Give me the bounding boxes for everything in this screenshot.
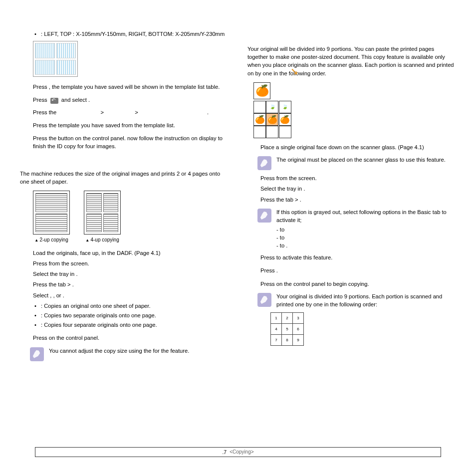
- order-cell: 2: [282, 313, 293, 324]
- page-mini: [103, 214, 119, 233]
- idcard-cell: [56, 60, 76, 75]
- nup-intro: The machine reduces the size of the orig…: [20, 170, 229, 186]
- poster-steps: Press from the screen. Select the tray i…: [260, 174, 456, 204]
- step-item: Press the tab > .: [33, 280, 229, 288]
- bullet-dot: •: [33, 302, 38, 310]
- order-cell: 5: [282, 324, 293, 335]
- image-position-bullet: • : LEFT, TOP : X-105mm/Y-150mm, RIGHT, …: [33, 30, 229, 38]
- section-label: <Copying>: [230, 449, 253, 455]
- poster-diagram: 🍊 ➘: [253, 82, 456, 138]
- page-mini: [86, 214, 102, 233]
- page-mini: [35, 214, 67, 233]
- press-ok: Press .: [260, 266, 456, 274]
- grid-cell: [279, 113, 291, 126]
- grid-cell: [253, 113, 266, 126]
- idcard-thumbnail: [33, 41, 78, 77]
- press-back-line: Press and select .: [33, 96, 229, 104]
- poster-note-1: The original must be placed on the scann…: [257, 156, 456, 170]
- page-number: .7: [222, 449, 227, 455]
- nup-thumbnails: [33, 191, 229, 235]
- bullet-dot: •: [33, 321, 38, 329]
- order-cell: 6: [293, 324, 304, 335]
- press-saved-template: Press the template you have saved from t…: [33, 121, 229, 129]
- idcard-cell: [35, 43, 55, 58]
- nup-note: You cannot adjust the copy size using th…: [30, 347, 229, 361]
- note-line: - to: [276, 226, 456, 234]
- caption-2up: 2-up copying: [33, 237, 70, 244]
- caption-4up: 4-up copying: [84, 237, 121, 244]
- press-start-line: Press the button on the control panel. n…: [33, 134, 229, 150]
- grid-cell: [253, 101, 266, 113]
- press-activate: Press to activate this feature.: [260, 253, 456, 261]
- note-body: You cannot adjust the copy size using th…: [49, 347, 189, 361]
- note-icon: [30, 347, 44, 361]
- poster-intro: Your original will be divided into 9 por…: [247, 45, 456, 77]
- breadcrumb-lead: Press the: [33, 109, 56, 115]
- two-column-layout: • : LEFT, TOP : X-105mm/Y-150mm, RIGHT, …: [20, 30, 456, 365]
- grid-cell: [266, 101, 278, 113]
- step-item: Select the tray in .: [260, 185, 456, 193]
- note-icon: [257, 156, 271, 170]
- left-column: • : LEFT, TOP : X-105mm/Y-150mm, RIGHT, …: [20, 30, 229, 365]
- press-label: Press: [33, 97, 47, 103]
- order-cell: 3: [293, 313, 304, 324]
- page-mini: [35, 193, 67, 212]
- grid-cell: [279, 126, 291, 138]
- four-up-thumbnail: [84, 191, 121, 235]
- arrow-icon: ➘: [290, 64, 299, 79]
- grid-cell: [253, 126, 266, 138]
- order-cell: 4: [271, 324, 282, 335]
- idcard-cell: [35, 60, 55, 75]
- grid-cell: [266, 113, 278, 126]
- grid-cell: [279, 101, 291, 113]
- page-mini: [86, 193, 102, 212]
- page-mini: [103, 193, 119, 212]
- two-up-thumbnail: [33, 191, 70, 235]
- nup-captions: 2-up copying 4-up copying: [33, 237, 229, 244]
- step-item: Load the originals, face up, in the DADF…: [33, 249, 229, 257]
- step-item: Press from the screen.: [33, 259, 229, 267]
- note-line: - to .: [276, 242, 456, 250]
- note-icon: [257, 209, 271, 223]
- option-2up: : Copies two separate originals onto one…: [41, 311, 156, 319]
- scan-order-grid: 123 456 789: [270, 312, 304, 346]
- back-icon: [50, 98, 58, 104]
- press-back-tail: and select .: [61, 97, 90, 103]
- note-line: If this option is grayed out, select fol…: [276, 209, 456, 224]
- press-begin: Press on the control panel to begin copy…: [260, 280, 456, 288]
- step-item: Press the tab > .: [260, 196, 456, 204]
- note-body: The original must be placed on the scann…: [276, 156, 446, 170]
- nup-options: •: Copies an original onto one sheet of …: [33, 302, 229, 329]
- page-footer: .7 <Copying>: [35, 447, 441, 457]
- order-cell: 8: [282, 335, 293, 346]
- press-template-line: Press , the template you have saved will…: [33, 83, 229, 91]
- bullet-dot: •: [33, 30, 38, 38]
- breadcrumb-end: .: [207, 109, 209, 115]
- nup-steps: Load the originals, face up, in the DADF…: [33, 249, 229, 299]
- place-original: Place a single original face down on the…: [260, 143, 456, 151]
- option-off: : Copies an original onto one sheet of p…: [41, 302, 151, 310]
- option-4up: : Copies four separate originals onto on…: [41, 321, 157, 329]
- step-item: Select , , or .: [33, 291, 229, 299]
- poster-note-2: If this option is grayed out, select fol…: [257, 209, 456, 249]
- step-item: Press from the screen.: [260, 174, 456, 182]
- order-cell: 9: [293, 335, 304, 346]
- note-icon: [257, 293, 271, 307]
- step-item: Select the tray in .: [33, 270, 229, 278]
- grid-cell: [266, 126, 278, 138]
- note-body: If this option is grayed out, select fol…: [276, 209, 456, 249]
- note-body: Your original is divided into 9 portions…: [276, 293, 456, 308]
- right-column: Your original will be divided into 9 por…: [247, 30, 456, 365]
- note-line: - to: [276, 234, 456, 242]
- original-thumb: 🍊: [253, 82, 270, 99]
- image-position-text: : LEFT, TOP : X-105mm/Y-150mm, RIGHT, BO…: [41, 30, 225, 38]
- poster-grid: [253, 101, 291, 138]
- press-breadcrumb-line: Press the > > .: [33, 108, 229, 116]
- page: • : LEFT, TOP : X-105mm/Y-150mm, RIGHT, …: [0, 0, 476, 476]
- idcard-cell: [56, 43, 76, 58]
- order-cell: 1: [271, 313, 282, 324]
- order-cell: 7: [271, 335, 282, 346]
- chevron-right-icon: >: [98, 109, 106, 115]
- poster-note-3: Your original is divided into 9 portions…: [257, 293, 456, 308]
- bullet-dot: •: [33, 311, 38, 319]
